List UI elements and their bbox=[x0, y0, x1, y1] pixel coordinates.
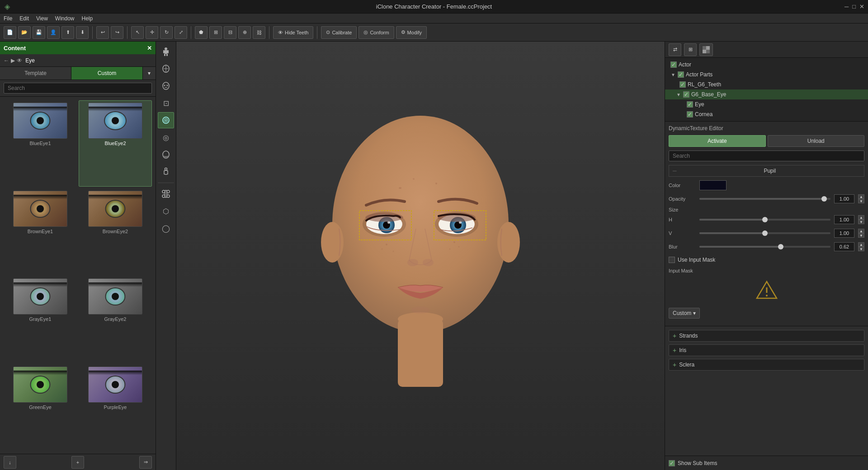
iris-section-header[interactable]: + Iris bbox=[669, 344, 864, 356]
vp-wrinkle-btn[interactable]: ◎ bbox=[158, 129, 174, 146]
activate-button[interactable]: Activate bbox=[669, 135, 766, 147]
custom-dropdown[interactable]: Custom ▾ bbox=[669, 308, 700, 319]
eye-item-blueeye2[interactable]: BlueEye2 bbox=[79, 100, 152, 187]
size-v-value[interactable]: 1.00 bbox=[834, 229, 854, 238]
vp-physics-btn[interactable]: ◯ bbox=[158, 220, 174, 236]
chain-btn[interactable]: ⛓ bbox=[253, 26, 265, 39]
tree-g6-base-eye[interactable]: ▼ ✓ G6_Base_Eye bbox=[665, 89, 868, 99]
minimize-btn[interactable]: ─ bbox=[844, 3, 849, 10]
vp-cloth-btn[interactable]: ⬡ bbox=[158, 203, 174, 219]
pupil-collapse-btn[interactable]: ─ bbox=[673, 168, 677, 174]
back-icon[interactable]: ← bbox=[4, 57, 9, 64]
character-viewport[interactable] bbox=[176, 42, 665, 470]
frame-btn[interactable]: ⊞ bbox=[209, 26, 222, 39]
redo-button[interactable]: ↪ bbox=[111, 26, 123, 39]
opacity-stepper[interactable]: ▲ ▼ bbox=[858, 194, 864, 203]
grid-btn[interactable]: ⊟ bbox=[224, 26, 236, 39]
menu-edit[interactable]: Edit bbox=[19, 15, 29, 22]
settings-icon[interactable]: ⊞ bbox=[684, 43, 697, 56]
tree-actor-parts[interactable]: ▼ ✓ Actor Parts bbox=[665, 70, 868, 80]
tree-checkbox-actor[interactable]: ✓ bbox=[670, 61, 677, 68]
vp-morph-btn[interactable]: ⊡ bbox=[158, 95, 174, 111]
save-file-button[interactable]: 💾 bbox=[33, 26, 45, 39]
export-button[interactable]: ⬆ bbox=[61, 26, 74, 39]
vp-texture-btn[interactable] bbox=[158, 112, 174, 128]
tree-eye[interactable]: ✓ Eye bbox=[665, 99, 868, 109]
maximize-btn[interactable]: □ bbox=[852, 3, 856, 10]
opacity-value[interactable]: 1.00 bbox=[834, 194, 854, 203]
content-search-input[interactable] bbox=[4, 83, 152, 94]
texture-search-input[interactable] bbox=[669, 150, 864, 161]
tree-rl-g6-teeth[interactable]: ✓ RL_G6_Teeth bbox=[665, 80, 868, 89]
tree-expand-actor-parts[interactable]: ▼ bbox=[670, 72, 676, 77]
close-content-icon[interactable]: ✕ bbox=[147, 45, 152, 52]
checkerboard-icon[interactable] bbox=[699, 43, 713, 56]
open-file-button[interactable]: 📂 bbox=[18, 26, 31, 39]
eye-item-blueeye1[interactable]: BlueEye1 bbox=[4, 100, 77, 187]
vp-body2-btn[interactable] bbox=[158, 164, 174, 180]
tree-checkbox-cornea[interactable]: ✓ bbox=[687, 111, 693, 118]
template-tab[interactable]: Template bbox=[0, 67, 71, 80]
add-content-button[interactable]: + bbox=[71, 456, 84, 469]
blur-stepper[interactable]: ▲ ▼ bbox=[858, 242, 864, 251]
eye-item-browneye1[interactable]: BrownEye1 bbox=[4, 188, 77, 275]
conform-button[interactable]: ◎ Conform bbox=[359, 26, 394, 39]
color-swatch[interactable] bbox=[699, 180, 726, 190]
size-h-stepper[interactable]: ▲ ▼ bbox=[858, 215, 864, 224]
vp-head-btn[interactable] bbox=[158, 61, 174, 77]
tab-options-button[interactable]: ▾ bbox=[143, 67, 156, 80]
compass-btn[interactable]: ⊕ bbox=[238, 26, 251, 39]
svg-point-25 bbox=[399, 187, 401, 189]
body-btn[interactable]: ⬟ bbox=[195, 26, 208, 39]
import-content-button[interactable]: ⇒ bbox=[139, 456, 152, 469]
blur-slider-thumb[interactable] bbox=[778, 244, 783, 249]
menu-file[interactable]: File bbox=[4, 15, 12, 22]
tree-expand-g6-base-eye[interactable]: ▼ bbox=[676, 92, 681, 97]
strands-section-header[interactable]: + Strands bbox=[669, 330, 864, 342]
size-h-value[interactable]: 1.00 bbox=[834, 215, 854, 224]
eye-item-purpleeye[interactable]: PurpleEye bbox=[79, 364, 152, 451]
select-button[interactable]: ↖ bbox=[131, 26, 144, 39]
close-btn[interactable]: ✕ bbox=[859, 3, 864, 10]
tree-checkbox-actor-parts[interactable]: ✓ bbox=[678, 71, 684, 78]
calibrate-button[interactable]: ⊙ Calibrate bbox=[321, 26, 357, 39]
eye-item-grayeye2[interactable]: GrayEye2 bbox=[79, 276, 152, 362]
opacity-slider-thumb[interactable] bbox=[821, 196, 827, 202]
custom-tab[interactable]: Custom bbox=[71, 67, 143, 80]
rotate-button[interactable]: ↻ bbox=[160, 26, 173, 39]
vp-bone-btn[interactable] bbox=[158, 186, 174, 202]
show-sub-items-checkbox[interactable]: ✓ bbox=[669, 460, 675, 466]
tree-cornea[interactable]: ✓ Cornea bbox=[665, 109, 868, 119]
size-h-slider-thumb[interactable] bbox=[762, 217, 768, 222]
eye-item-browneye2[interactable]: BrownEye2 bbox=[79, 188, 152, 275]
unload-button[interactable]: Unload bbox=[768, 135, 865, 147]
hide-teeth-button[interactable]: 👁 Hide Teeth bbox=[273, 26, 313, 39]
modify-button[interactable]: ⚙ Modify bbox=[396, 26, 427, 39]
blur-value[interactable]: 0.62 bbox=[834, 242, 854, 251]
scale-button[interactable]: ⤢ bbox=[175, 26, 187, 39]
scroll-down-button[interactable]: ↓ bbox=[4, 456, 16, 469]
use-input-mask-checkbox[interactable] bbox=[669, 257, 675, 263]
tree-checkbox-eye[interactable]: ✓ bbox=[687, 101, 693, 108]
size-v-stepper[interactable]: ▲ ▼ bbox=[858, 229, 864, 238]
eye-item-greeneye[interactable]: GreenEye bbox=[4, 364, 77, 451]
sclera-section-header[interactable]: + Sclera bbox=[669, 359, 864, 371]
tree-actor[interactable]: ✓ Actor bbox=[665, 60, 868, 70]
undo-button[interactable]: ↩ bbox=[96, 26, 109, 39]
new-file-button[interactable]: 📄 bbox=[4, 26, 16, 39]
menu-window[interactable]: Window bbox=[55, 15, 75, 22]
tree-checkbox-g6-base-eye[interactable]: ✓ bbox=[683, 91, 689, 98]
menu-help[interactable]: Help bbox=[82, 15, 93, 22]
svg-point-19 bbox=[167, 190, 170, 193]
vp-beard-btn[interactable] bbox=[158, 146, 174, 163]
create-actor-button[interactable]: 👤 bbox=[47, 26, 60, 39]
menu-view[interactable]: View bbox=[36, 15, 48, 22]
eye-item-grayeye1[interactable]: GrayEye1 bbox=[4, 276, 77, 362]
tree-checkbox-teeth[interactable]: ✓ bbox=[679, 81, 686, 88]
vp-face-btn[interactable] bbox=[158, 78, 174, 94]
import-button[interactable]: ⬇ bbox=[76, 26, 89, 39]
vp-body-btn[interactable] bbox=[158, 43, 174, 60]
size-v-slider-thumb[interactable] bbox=[762, 230, 768, 236]
move-button[interactable]: ✛ bbox=[146, 26, 158, 39]
sync-icon[interactable]: ⇄ bbox=[669, 43, 681, 56]
